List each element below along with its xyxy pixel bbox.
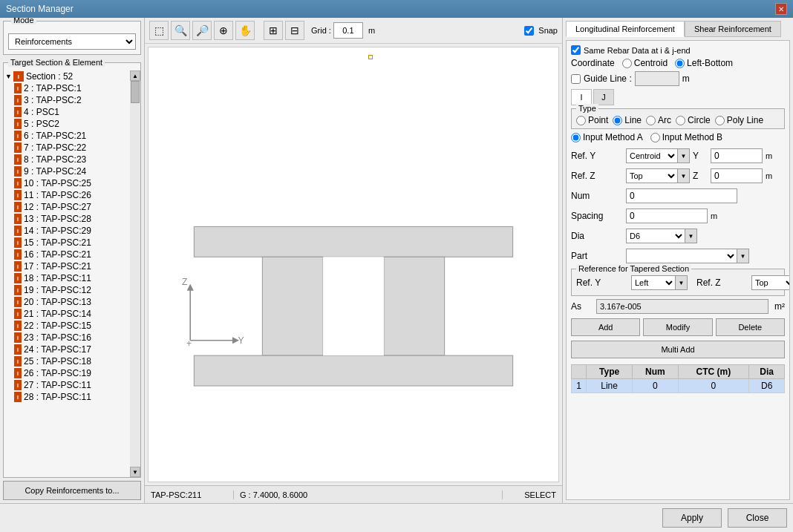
item-label: 2 : TAP-PSC:1	[24, 83, 82, 93]
modify-button[interactable]: Modify	[643, 318, 712, 336]
tree-item[interactable]: I12 : TAP-PSC:27	[4, 201, 130, 213]
rebar-table: Type Num CTC (m) Dia 1 Line 0 0	[571, 364, 785, 393]
method-a-radio[interactable]	[571, 133, 581, 142]
taper-ref-y-select[interactable]: LeftRightCentroid	[631, 275, 676, 290]
tree-item[interactable]: I17 : TAP-PSC:21	[4, 260, 130, 272]
tree-item[interactable]: I22 : TAP-PSC:15	[4, 320, 130, 332]
ref-y-select[interactable]: Centroid Left Right	[626, 148, 678, 163]
toolbar-btn-pan[interactable]: ✋	[235, 21, 255, 40]
canvas-area[interactable]: Z Y +	[148, 47, 559, 482]
spacing-input[interactable]	[626, 208, 708, 223]
tree-item[interactable]: I27 : TAP-PSC:11	[4, 379, 130, 391]
scroll-thumb[interactable]	[131, 81, 140, 103]
toolbar-btn-fit[interactable]: ⊕	[214, 21, 233, 40]
scroll-up-btn[interactable]: ▲	[130, 70, 140, 81]
tree-item[interactable]: I13 : TAP-PSC:28	[4, 213, 130, 225]
tree-item[interactable]: I14 : TAP-PSC:29	[4, 225, 130, 237]
ref-y-select-container: Centroid Left Right ▼	[626, 148, 690, 163]
coord-centroid-radio[interactable]	[622, 59, 632, 68]
close-button[interactable]: ✕	[775, 3, 787, 15]
tree-item[interactable]: I28 : TAP-PSC:11	[4, 391, 130, 403]
toolbar-btn-view2[interactable]: ⊟	[285, 21, 304, 40]
copy-reinforcements-button[interactable]: Copy Reinforcements to...	[3, 481, 141, 500]
tree-scrollbar[interactable]: ▲ ▼	[130, 70, 140, 477]
tree-item[interactable]: I10 : TAP-PSC:25	[4, 177, 130, 189]
part-dropdown-btn[interactable]: ▼	[737, 249, 749, 263]
item-icon: I	[14, 190, 22, 200]
taper-ref-z-select[interactable]: TopBottomCentroid	[751, 275, 790, 290]
tree-item[interactable]: I25 : TAP-PSC:18	[4, 355, 130, 367]
tree-item[interactable]: I19 : TAP-PSC:12	[4, 284, 130, 296]
tab-longitudinal[interactable]: Longitudinal Reinforcement	[566, 21, 685, 37]
toolbar-btn-zoom-in[interactable]: 🔍	[171, 21, 190, 40]
tree-item[interactable]: I9 : TAP-PSC:24	[4, 165, 130, 177]
tree-item[interactable]: I5 : PSC2	[4, 118, 130, 130]
type-line-radio[interactable]	[613, 116, 622, 125]
type-point-radio[interactable]	[576, 116, 586, 125]
item-icon: I	[14, 214, 22, 224]
type-arc-radio[interactable]	[646, 116, 656, 125]
tree-item[interactable]: I2 : TAP-PSC:1	[4, 82, 130, 94]
title-bar: Section Manager ✕	[0, 0, 793, 18]
tree-item[interactable]: I18 : TAP-PSC:11	[4, 272, 130, 284]
tree-item[interactable]: I16 : TAP-PSC:21	[4, 249, 130, 260]
taper-ref-y-btn[interactable]: ▼	[676, 275, 688, 290]
snap-checkbox[interactable]	[524, 26, 534, 36]
tab-shear[interactable]: Shear Reinforcement	[685, 21, 781, 37]
tree-item[interactable]: I7 : TAP-PSC:22	[4, 142, 130, 154]
close-button[interactable]: Close	[728, 508, 787, 528]
tree-item[interactable]: I4 : PSC1	[4, 106, 130, 118]
tab-i[interactable]: I	[571, 89, 592, 105]
taper-ref-z-container: TopBottomCentroid ▼	[751, 275, 790, 290]
toolbar-btn-view1[interactable]: ⊞	[264, 21, 283, 40]
tree-item[interactable]: I21 : TAP-PSC:14	[4, 308, 130, 320]
item-label: 19 : TAP-PSC:12	[24, 285, 91, 295]
as-value	[596, 299, 768, 314]
toolbar-btn-zoom-out[interactable]: 🔎	[192, 21, 212, 40]
item-label: 10 : TAP-PSC:25	[24, 178, 91, 188]
item-icon: I	[14, 392, 22, 402]
tree-item[interactable]: I6 : TAP-PSC:21	[4, 130, 130, 142]
z-input[interactable]	[711, 168, 763, 183]
method-b-radio[interactable]	[650, 133, 660, 142]
scroll-down-btn[interactable]: ▼	[130, 467, 140, 477]
tree-item[interactable]: I8 : TAP-PSC:23	[4, 154, 130, 165]
y-input[interactable]	[711, 148, 763, 163]
toolbar-btn-select[interactable]: ⬚	[149, 21, 169, 40]
ref-y-dropdown-btn[interactable]: ▼	[678, 148, 690, 163]
type-circle-radio[interactable]	[676, 116, 685, 125]
tree-item[interactable]: I20 : TAP-PSC:13	[4, 296, 130, 308]
multi-add-button[interactable]: Multi Add	[571, 341, 785, 358]
delete-button[interactable]: Delete	[716, 318, 785, 336]
tree-item[interactable]: I3 : TAP-PSC:2	[4, 94, 130, 106]
tree-item[interactable]: I26 : TAP-PSC:19	[4, 367, 130, 379]
ref-z-select[interactable]: Top Bottom Centroid	[626, 168, 678, 183]
dia-select[interactable]: D6D8D10D13D16	[626, 229, 685, 243]
guide-line-input[interactable]	[635, 71, 679, 86]
add-button[interactable]: Add	[571, 318, 640, 336]
ref-z-dropdown-btn[interactable]: ▼	[678, 168, 690, 183]
table-row[interactable]: 1 Line 0 0 D6	[572, 379, 785, 393]
center-panel: ⬚ 🔍 🔎 ⊕ ✋ ⊞ ⊟ Grid : m Snap	[145, 18, 563, 503]
tree-item[interactable]: I24 : TAP-PSC:17	[4, 344, 130, 355]
tree-item[interactable]: I11 : TAP-PSC:26	[4, 189, 130, 201]
coord-leftbottom-radio[interactable]	[675, 59, 685, 68]
mode-select[interactable]: Reinforcements	[8, 33, 136, 50]
tree-toggle[interactable]: ▼	[5, 73, 12, 80]
num-input[interactable]	[626, 188, 737, 203]
part-select[interactable]	[626, 249, 737, 263]
item-label: 24 : TAP-PSC:17	[24, 344, 91, 355]
tree-list[interactable]: ▼ I Section : 52 I2 : TAP-PSC:1I3 : TAP-…	[4, 70, 130, 477]
tree-item[interactable]: I23 : TAP-PSC:16	[4, 332, 130, 344]
dia-dropdown-btn[interactable]: ▼	[685, 229, 697, 243]
tree-item[interactable]: I15 : TAP-PSC:21	[4, 237, 130, 249]
tree-root[interactable]: ▼ I Section : 52	[4, 70, 130, 82]
item-icon: I	[14, 107, 22, 117]
tab-j[interactable]: J	[593, 89, 614, 105]
guide-line-checkbox[interactable]	[571, 74, 581, 84]
type-polyline-radio[interactable]	[715, 116, 725, 125]
apply-button[interactable]: Apply	[662, 508, 722, 528]
item-label: 8 : TAP-PSC:23	[24, 154, 86, 165]
same-rebar-checkbox[interactable]	[571, 45, 581, 55]
grid-input[interactable]	[333, 22, 363, 39]
